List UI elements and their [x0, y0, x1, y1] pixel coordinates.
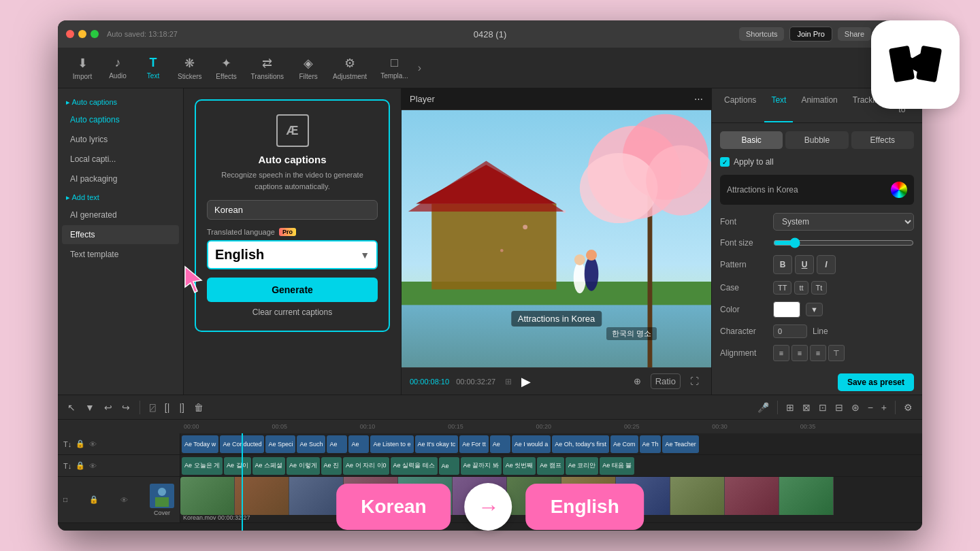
clip-en-8[interactable]: Ae It's okay tc — [415, 435, 459, 453]
play-button[interactable]: ▶ — [521, 374, 531, 389]
clip-kr-7[interactable]: Ae 실력을 테스 — [391, 457, 438, 475]
clip-kr-13[interactable]: Ae 태음 블 — [600, 457, 634, 475]
tl-settings-button[interactable]: ⚙ — [901, 399, 915, 416]
tab-captions[interactable]: Captions — [717, 88, 763, 122]
tl-tool-5[interactable]: ⊛ — [849, 399, 862, 416]
align-top-button[interactable]: ⊤ — [828, 345, 845, 361]
color-dropdown[interactable]: ▼ — [806, 303, 823, 316]
shortcuts-button[interactable]: Shortcuts — [739, 27, 784, 41]
add-text-header[interactable]: ▸ Add text — [58, 189, 183, 205]
color-orb[interactable] — [891, 182, 907, 198]
trim-right-button[interactable]: |] — [176, 399, 187, 416]
mic-button[interactable]: 🎤 — [755, 399, 772, 416]
maximize-button[interactable] — [91, 30, 99, 38]
style-btn-effects[interactable]: Effects — [851, 131, 914, 149]
select-tool-button[interactable]: ↖ — [65, 399, 78, 416]
underline-button[interactable]: U — [795, 255, 814, 274]
font-select[interactable]: System Arial — [773, 213, 914, 231]
tl-tool-3[interactable]: ⊡ — [816, 399, 830, 416]
sidebar-item-ai-packaging[interactable]: AI packaging — [62, 169, 179, 188]
italic-button[interactable]: I — [817, 255, 836, 274]
eye-icon-3[interactable]: 👁 — [120, 496, 128, 504]
close-button[interactable] — [66, 30, 74, 38]
tl-zoom-in-button[interactable]: + — [879, 399, 889, 416]
clip-en-4[interactable]: Ae Such — [297, 435, 325, 453]
case-btn-title[interactable]: Tt — [811, 281, 828, 295]
undo-button[interactable]: ↩ — [101, 399, 115, 416]
align-right-button[interactable]: ≡ — [810, 345, 826, 361]
sidebar-item-local-captions[interactable]: Local capti... — [62, 150, 179, 169]
toolbar-item-effects[interactable]: ✦ Effects — [209, 52, 244, 84]
clip-en-9[interactable]: Ae For tt — [459, 435, 489, 453]
clip-kr-6[interactable]: Ae 어 자리 이0 — [343, 457, 389, 475]
tab-text[interactable]: Text — [764, 88, 793, 122]
sidebar-item-ai-generated[interactable]: AI generated — [62, 205, 179, 224]
clip-kr-5[interactable]: Ae 진 — [321, 457, 342, 475]
clip-kr-9[interactable]: Ae 끝까지 봐 — [461, 457, 502, 475]
clip-kr-2[interactable]: Ae 길이 — [224, 457, 251, 475]
clip-en-15[interactable]: Ae Teacher — [662, 435, 698, 453]
clip-en-13[interactable]: Ae Com — [610, 435, 638, 453]
track-content-video[interactable]: Korean.mov 00:00:32:27 — [180, 477, 922, 522]
toolbar-item-stickers[interactable]: ❋ Stickers — [171, 52, 209, 84]
bold-button[interactable]: B — [773, 255, 792, 274]
toolbar-item-filters[interactable]: ◈ Filters — [291, 52, 326, 84]
fullscreen-safe-button[interactable]: ⊕ — [630, 374, 645, 388]
eye-icon[interactable]: 👁 — [89, 440, 97, 448]
clip-en-10[interactable]: Ae — [490, 435, 510, 453]
english-select-display[interactable]: English ▼ — [207, 240, 378, 269]
toolbar-more-icon[interactable]: › — [415, 59, 424, 77]
apply-all-checkbox[interactable]: ✓ — [720, 157, 730, 167]
clip-kr-3[interactable]: Ae 스페셜 — [252, 457, 286, 475]
character-input[interactable] — [773, 324, 807, 338]
minimize-button[interactable] — [78, 30, 86, 38]
clip-en-3[interactable]: Ae Speci — [265, 435, 295, 453]
split-button[interactable]: ⍁ — [147, 399, 158, 416]
tl-tool-2[interactable]: ⊠ — [800, 399, 813, 416]
clip-kr-1[interactable]: Ae 오늘은 게 — [182, 457, 223, 475]
clip-kr-12[interactable]: Ae 코리안 — [566, 457, 599, 475]
toolbar-item-adjustment[interactable]: ⚙ Adjustment — [326, 52, 374, 84]
sidebar-item-effects[interactable]: Effects — [62, 225, 179, 244]
font-size-slider[interactable] — [773, 237, 914, 248]
sidebar-item-text-template[interactable]: Text template — [62, 245, 179, 264]
tl-tool-1[interactable]: ⊞ — [783, 399, 797, 416]
sidebar-item-auto-captions[interactable]: Auto captions — [62, 110, 179, 129]
align-left-button[interactable]: ≡ — [773, 345, 789, 361]
clip-en-6[interactable]: Ae — [348, 435, 369, 453]
player-video[interactable]: Attractions in Korea 한국의 명소 — [402, 110, 711, 367]
language-select[interactable]: Korean English Japanese Chinese — [207, 200, 378, 220]
style-btn-bubble[interactable]: Bubble — [785, 131, 848, 149]
clip-kr-4[interactable]: Ae 이렇게 — [287, 457, 320, 475]
sidebar-item-auto-lyrics[interactable]: Auto lyrics — [62, 130, 179, 149]
clip-en-1[interactable]: Ae Today w — [182, 435, 218, 453]
toolbar-item-import[interactable]: ⬇ Import — [65, 52, 100, 84]
clip-kr-11[interactable]: Ae 캠프 — [537, 457, 564, 475]
ratio-button[interactable]: Ratio — [651, 373, 681, 389]
clip-en-7[interactable]: Ae Listen to e — [370, 435, 413, 453]
timeline-icon[interactable]: ⊞ — [505, 377, 512, 386]
case-btn-lower[interactable]: tt — [794, 281, 808, 295]
tl-tool-4[interactable]: ⊟ — [832, 399, 846, 416]
toolbar-item-template[interactable]: □ Templa... — [374, 52, 415, 84]
clip-en-5[interactable]: Ae — [327, 435, 347, 453]
fullscreen-button[interactable]: ⛶ — [686, 374, 703, 388]
toolbar-item-text[interactable]: T Text — [135, 52, 171, 84]
generate-button[interactable]: Generate — [207, 278, 378, 302]
redo-button[interactable]: ↪ — [119, 399, 133, 416]
delete-button[interactable]: 🗑 — [191, 399, 206, 416]
dropdown-tool-button[interactable]: ▼ — [82, 399, 97, 416]
lock-icon-2[interactable]: 🔒 — [76, 461, 85, 470]
player-menu-icon[interactable]: ⋯ — [694, 94, 703, 104]
share-button[interactable]: Share — [838, 27, 871, 41]
clear-captions-button[interactable]: Clear current captions — [207, 307, 378, 317]
clip-kr-8[interactable]: Ae — [439, 457, 459, 475]
case-btn-upper[interactable]: TT — [773, 281, 791, 295]
clip-en-14[interactable]: Ae Th — [640, 435, 662, 453]
lock-icon[interactable]: 🔒 — [76, 439, 85, 448]
lock-icon-3[interactable]: 🔒 — [89, 495, 99, 504]
align-center-button[interactable]: ≡ — [791, 345, 808, 361]
trim-left-button[interactable]: [| — [162, 399, 173, 416]
toolbar-item-transitions[interactable]: ⇄ Transitions — [244, 52, 291, 84]
clip-en-11[interactable]: Ae I would a — [512, 435, 551, 453]
